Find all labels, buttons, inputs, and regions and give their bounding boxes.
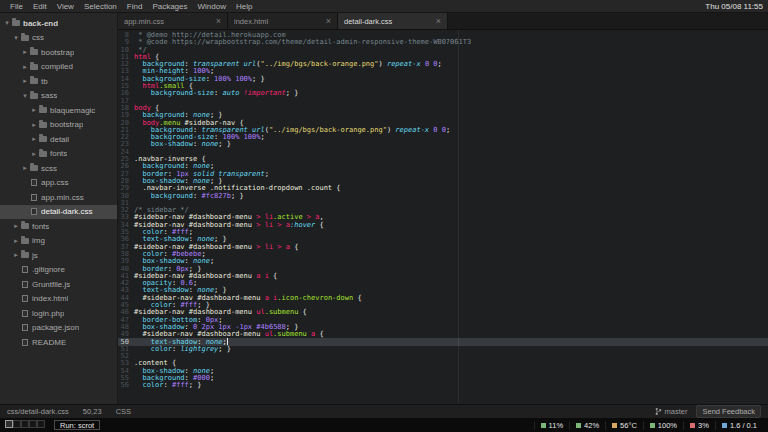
system-stats: 11%42%56°C100%3%1.6 / 0.1 [534,421,763,430]
code-line[interactable]: 38 color: #bebebe; [118,251,768,258]
code-line[interactable]: 9 * @code https://wrapbootstrap.com/them… [118,39,768,46]
code-line[interactable]: 54 box-shadow: none; [118,368,768,375]
code-line[interactable]: 24 [118,149,768,156]
tree-item-.gitignore[interactable]: .gitignore [0,263,117,278]
menu-view[interactable]: View [52,2,79,11]
tree-item-fonts[interactable]: fonts [0,219,117,234]
tab-index.html[interactable]: index.html [228,13,338,29]
menu-bar: FileEditViewSelectionFindPackagesWindowH… [0,0,768,13]
close-icon[interactable] [326,17,331,26]
menu-window[interactable]: Window [193,2,231,11]
menu-find[interactable]: Find [122,2,148,11]
tree-item-app.css[interactable]: app.css [0,176,117,191]
tree-item-back-end[interactable]: back-end [0,16,117,31]
tab-app.min.css[interactable]: app.min.css [118,13,228,29]
code-line[interactable]: 41#sidebar-nav #dashboard-menu a i { [118,273,768,280]
tree-item-img[interactable]: img [0,234,117,249]
grammar-selector[interactable]: CSS [116,407,131,416]
tree-item-blaquemagic[interactable]: blaquemagic [0,103,117,118]
workspace-button[interactable] [13,420,21,428]
stat-value: 100% [658,421,677,430]
file-icon [31,194,37,201]
tab-detail-dark.css[interactable]: detail-dark.css [338,13,448,29]
tree-item-detail-dark.css[interactable]: detail-dark.css [0,205,117,220]
tree-item-login.php[interactable]: login.php [0,306,117,321]
tree-item-scss[interactable]: scss [0,161,117,176]
code-editor[interactable]: 8 * @demo http://detail.herokuapp.com9 *… [118,30,768,404]
code-line[interactable]: 30 background: #fc827b; } [118,193,768,200]
tree-item-tb[interactable]: tb [0,74,117,89]
tree-item-README[interactable]: README [0,335,117,350]
system-bar: Run: scrot 11%42%56°C100%3%1.6 / 0.1 [0,418,768,432]
tree-item-app.min.css[interactable]: app.min.css [0,190,117,205]
code-line[interactable]: 12 background: transparent url("../img/b… [118,61,768,68]
code-line[interactable]: 52 [118,353,768,360]
file-icon [22,324,28,331]
code-line[interactable]: 37#sidebar-nav #dashboard-menu > li > a … [118,244,768,251]
git-branch[interactable]: master [655,407,688,416]
tree-item-label: js [32,251,38,260]
run-prompt[interactable]: Run: scrot [54,420,100,430]
code-line[interactable]: 55 background: #000; [118,375,768,382]
file-icon [31,179,37,186]
code-line[interactable]: 34#sidebar-nav #dashboard-menu > li > a:… [118,222,768,229]
workspace-button[interactable] [5,420,13,428]
status-right: master Send Feedback [655,405,761,418]
menu-help[interactable]: Help [231,2,257,11]
tree-item-css[interactable]: css [0,31,117,46]
code-line[interactable]: 16 background-size: auto !important; } [118,90,768,97]
send-feedback-button[interactable]: Send Feedback [696,405,761,418]
tree-item-index.html[interactable]: index.html [0,292,117,307]
tree-item-Gruntfile.js[interactable]: Gruntfile.js [0,277,117,292]
chevron-right-icon [30,106,38,114]
chevron-right-icon [30,150,38,158]
menu-edit[interactable]: Edit [28,2,52,11]
stat-value: 11% [549,421,563,430]
workspace-button[interactable] [21,420,29,428]
close-icon[interactable] [216,17,221,26]
stat-temperature: 56°C [605,421,643,430]
clock: Thu 05/08 11:55 [705,2,763,11]
close-icon[interactable] [436,17,441,26]
tree-item-bootstrap[interactable]: bootstrap [0,45,117,60]
folder-icon [39,107,47,113]
menu-selection[interactable]: Selection [79,2,122,11]
code-line[interactable]: 51 color: lightgrey; } [118,346,768,353]
stat-value: 42% [584,421,599,430]
tree-item-label: css [32,33,44,42]
tree-item-sass[interactable]: sass [0,89,117,104]
code-line[interactable]: 44 #sidebar-nav #dashboard-menu a i.icon… [118,295,768,302]
tree-item-compiled[interactable]: compiled [0,60,117,75]
file-icon [22,281,28,288]
code-line[interactable]: 10 */ [118,47,768,54]
code-line[interactable]: 56 color: #fff; } [118,382,768,389]
code-line[interactable]: 53.content { [118,360,768,367]
tree-item-label: app.css [41,178,69,187]
workspace-button[interactable] [29,420,37,428]
folder-icon [21,35,29,41]
tree-item-label: img [32,236,45,245]
stat-value: 1.6 / 0.1 [730,421,757,430]
code-line[interactable]: 31 [118,200,768,207]
code-line[interactable]: 17 [118,98,768,105]
menu-file[interactable]: File [5,2,28,11]
tree-item-bootstrap[interactable]: bootstrap [0,118,117,133]
code-line[interactable]: 49 #sidebar-nav #dashboard-menu ul.subme… [118,331,768,338]
tree-item-package.json[interactable]: package.json [0,321,117,336]
code-line[interactable]: 14 background-size: 100% 100%; } [118,76,768,83]
tree-item-fonts[interactable]: fonts [0,147,117,162]
tree-item-js[interactable]: js [0,248,117,263]
code-line[interactable]: 23 box-shadow: none; } [118,141,768,148]
main-area: back-endcssbootstrapcompiledtbsassblaque… [0,13,768,404]
folder-icon [21,252,29,258]
code-line[interactable]: 25.navbar-inverse { [118,156,768,163]
code-line[interactable]: 39 box-shadow: none; [118,258,768,265]
chevron-right-icon [21,63,29,71]
tree-item-label: blaquemagic [50,106,95,115]
tree-item-detail[interactable]: detail [0,132,117,147]
menu-items: FileEditViewSelectionFindPackagesWindowH… [5,2,257,11]
cursor-position[interactable]: 50,23 [83,407,102,416]
system-bar-left: Run: scrot [5,420,100,430]
menu-packages[interactable]: Packages [147,2,192,11]
workspace-button[interactable] [37,420,45,428]
